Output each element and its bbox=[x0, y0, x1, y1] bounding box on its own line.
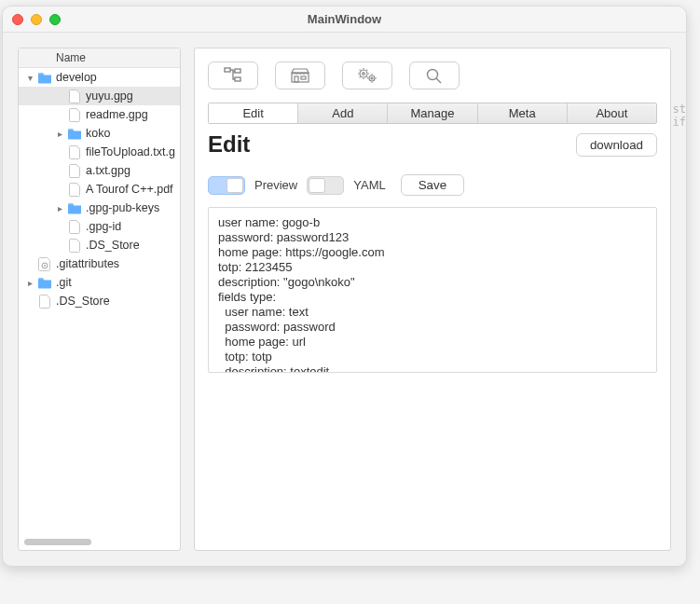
tree-item-label: koko bbox=[86, 127, 110, 140]
folder-icon bbox=[37, 70, 52, 85]
yaml-toggle[interactable] bbox=[307, 176, 344, 195]
toggle-knob bbox=[309, 178, 325, 193]
tree-item-label: a.txt.gpg bbox=[86, 164, 130, 177]
tree-item-label: .gitattributes bbox=[56, 257, 119, 270]
tree-item[interactable]: yuyu.gpg bbox=[19, 87, 180, 105]
file-tree-panel: Name ▾developyuyu.gpgreadme.gpg▸kokofile… bbox=[18, 48, 181, 551]
svg-rect-6 bbox=[295, 76, 298, 82]
file-icon bbox=[67, 89, 82, 103]
store-button[interactable] bbox=[275, 62, 325, 89]
search-icon: ... bbox=[425, 67, 444, 84]
svg-rect-2 bbox=[225, 68, 230, 72]
chevron-right-icon[interactable]: ▸ bbox=[52, 203, 67, 213]
tree-item-label: readme.gpg bbox=[86, 108, 148, 121]
chevron-down-icon[interactable]: ▾ bbox=[22, 73, 37, 83]
svg-point-9 bbox=[363, 73, 365, 76]
tree-item[interactable]: .DS_Store bbox=[19, 236, 180, 254]
page-title: Edit bbox=[208, 131, 250, 158]
download-button[interactable]: download bbox=[576, 133, 657, 157]
tree-view-button[interactable] bbox=[208, 62, 258, 89]
file-icon bbox=[67, 144, 82, 159]
svg-rect-3 bbox=[235, 69, 240, 73]
chevron-right-icon[interactable]: ▸ bbox=[52, 129, 67, 139]
file-icon bbox=[37, 294, 52, 309]
svg-point-8 bbox=[360, 70, 367, 77]
svg-point-11 bbox=[371, 77, 373, 79]
preview-label: Preview bbox=[254, 178, 297, 192]
tree-item-label: .DS_Store bbox=[56, 295, 110, 308]
file-icon bbox=[67, 219, 82, 234]
tree-item[interactable]: fileToUpload.txt.g bbox=[19, 143, 180, 161]
tree-item-label: .git bbox=[56, 276, 72, 289]
settings-button[interactable] bbox=[342, 62, 392, 89]
svg-point-12 bbox=[428, 70, 438, 80]
cfg-icon bbox=[37, 256, 52, 271]
tree-item-label: A Tourof C++.pdf bbox=[86, 183, 173, 196]
tree-item-label: fileToUpload.txt.g bbox=[86, 145, 175, 158]
chevron-right-icon[interactable]: ▸ bbox=[22, 278, 37, 288]
tree-item-label: .DS_Store bbox=[86, 239, 140, 252]
svg-rect-5 bbox=[292, 73, 309, 82]
svg-rect-7 bbox=[301, 76, 306, 79]
gears-icon bbox=[356, 67, 378, 84]
tab-meta[interactable]: Meta bbox=[478, 103, 568, 123]
svg-text:...: ... bbox=[430, 73, 433, 78]
tree-item[interactable]: .gitattributes bbox=[19, 254, 180, 273]
tree-item-label: develop bbox=[56, 71, 97, 84]
save-button[interactable]: Save bbox=[401, 174, 464, 196]
tree-item[interactable]: ▸.gpg-pub-keys bbox=[19, 199, 180, 217]
tab-bar: EditAddManageMetaAbout bbox=[208, 103, 657, 124]
folder-icon bbox=[37, 275, 52, 290]
tab-edit[interactable]: Edit bbox=[209, 103, 298, 123]
background-code-gutter: st if bbox=[673, 103, 686, 129]
tree-item[interactable]: readme.gpg bbox=[19, 105, 180, 124]
tab-add[interactable]: Add bbox=[298, 103, 388, 123]
tab-about[interactable]: About bbox=[568, 103, 656, 123]
folder-icon bbox=[67, 126, 82, 141]
main-panel: ... EditAddManageMetaAbout Edit download… bbox=[194, 48, 671, 551]
file-icon bbox=[67, 238, 82, 253]
file-icon bbox=[67, 163, 82, 178]
tree-item-label: yuyu.gpg bbox=[86, 89, 133, 103]
tree-icon bbox=[224, 67, 242, 84]
svg-point-1 bbox=[44, 265, 46, 267]
close-icon[interactable] bbox=[12, 14, 23, 25]
svg-point-10 bbox=[369, 76, 375, 81]
preview-toggle[interactable] bbox=[208, 176, 245, 195]
tree-item-label: .gpg-pub-keys bbox=[86, 201, 159, 214]
tree-item[interactable]: .gpg-id bbox=[19, 217, 180, 236]
tree-item[interactable]: .DS_Store bbox=[19, 292, 180, 310]
tree-item[interactable]: A Tourof C++.pdf bbox=[19, 180, 180, 199]
tree-item[interactable]: ▸koko bbox=[19, 124, 180, 143]
tree-header-name[interactable]: Name bbox=[19, 48, 180, 68]
window-title: MainWindow bbox=[3, 12, 686, 26]
svg-rect-4 bbox=[235, 77, 240, 81]
tree-item[interactable]: ▸.git bbox=[19, 273, 180, 292]
minimize-icon[interactable] bbox=[31, 14, 42, 25]
tree-horizontal-scrollbar[interactable] bbox=[24, 539, 91, 545]
file-icon bbox=[67, 107, 82, 122]
window-controls bbox=[12, 14, 61, 25]
store-icon bbox=[290, 67, 310, 84]
tree-item-label: .gpg-id bbox=[86, 220, 121, 233]
folder-icon bbox=[67, 200, 82, 215]
titlebar[interactable]: MainWindow bbox=[3, 7, 686, 33]
yaml-content[interactable]: user name: gogo-b password: password123 … bbox=[208, 207, 657, 373]
toggle-knob bbox=[226, 178, 243, 193]
tree-body[interactable]: ▾developyuyu.gpgreadme.gpg▸kokofileToUpl… bbox=[19, 68, 180, 550]
tree-item[interactable]: ▾develop bbox=[19, 68, 180, 87]
zoom-icon[interactable] bbox=[49, 14, 61, 25]
search-button[interactable]: ... bbox=[409, 62, 460, 89]
yaml-label: YAML bbox=[353, 178, 385, 192]
file-icon bbox=[67, 182, 82, 197]
tab-manage[interactable]: Manage bbox=[388, 103, 477, 123]
toolbar: ... bbox=[208, 62, 657, 89]
app-window: MainWindow Name ▾developyuyu.gpgreadme.g… bbox=[2, 6, 687, 567]
tree-item[interactable]: a.txt.gpg bbox=[19, 161, 180, 180]
